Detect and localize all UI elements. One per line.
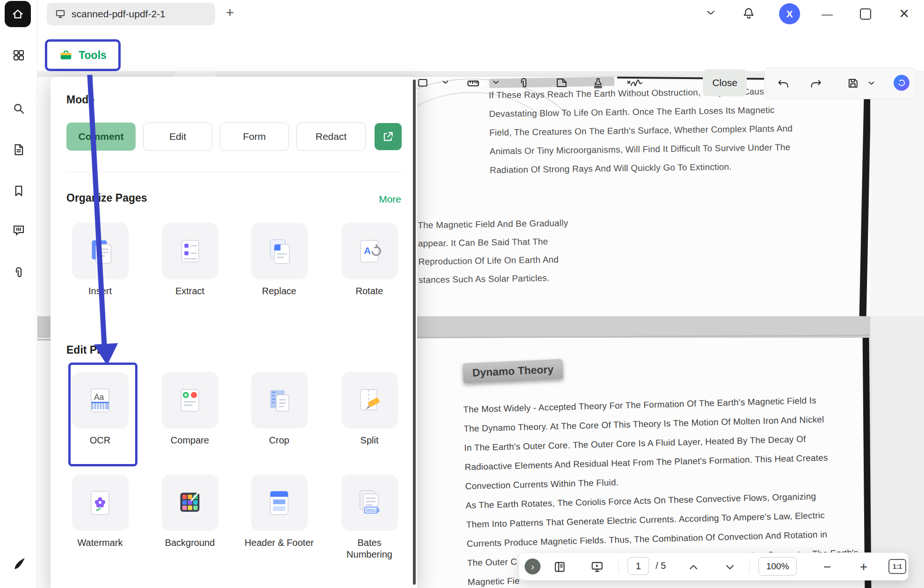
page2-line9-left: The Outer C [467, 557, 517, 568]
sticker-tool[interactable] [552, 73, 570, 92]
new-tab-button[interactable]: + [226, 5, 234, 21]
main-toolbar: Close [37, 28, 924, 72]
save-icon[interactable] [844, 74, 862, 93]
tool-background[interactable]: Background [155, 474, 225, 549]
tool-insert[interactable]: Insert [65, 223, 135, 297]
attachments-icon[interactable] [10, 263, 28, 281]
split-icon [341, 372, 398, 428]
signature-tool[interactable] [624, 73, 648, 92]
monitor-icon [55, 9, 65, 19]
mode-redact-button[interactable]: Redact [296, 123, 366, 151]
user-avatar[interactable]: X [779, 3, 800, 24]
external-link-icon [382, 131, 394, 143]
mode-form-button[interactable]: Form [220, 123, 289, 151]
tool-header-footer[interactable]: Header & Footer [244, 474, 314, 549]
tabs-chevron-down-icon[interactable] [707, 10, 715, 15]
thumbnails-panel-icon[interactable] [553, 560, 567, 574]
background-icon [162, 474, 218, 531]
ocr-highlight-outline [68, 363, 137, 466]
toolbar-right-group [764, 67, 917, 99]
viewport-right-margin [870, 71, 924, 316]
attach-file-tool[interactable] [514, 73, 533, 92]
brush-logo-icon[interactable] [10, 554, 28, 572]
undo-icon[interactable] [773, 74, 792, 93]
presentation-mode-icon[interactable] [590, 560, 604, 574]
pages-icon[interactable] [10, 141, 28, 159]
close-window-button[interactable]: × [899, 4, 909, 23]
mode-edit-button[interactable]: Edit [143, 123, 212, 151]
next-page-chevron-icon[interactable] [723, 560, 737, 574]
bookmark-icon[interactable] [10, 182, 28, 200]
home-icon [11, 7, 24, 21]
notifications-bell-icon[interactable] [742, 7, 755, 20]
actual-size-button[interactable]: 1:1 [888, 559, 906, 574]
zoom-out-button[interactable]: − [820, 560, 834, 574]
left-sidebar [0, 0, 37, 588]
redo-icon[interactable] [807, 74, 826, 93]
search-icon[interactable] [10, 100, 28, 117]
maximize-button[interactable] [860, 8, 871, 20]
stamp-tool[interactable] [589, 73, 607, 92]
replace-icon [251, 223, 308, 279]
tool-split[interactable]: Split [334, 372, 404, 446]
tool-bates-numbering[interactable]: 000123 Bates Numbering [334, 474, 404, 560]
watermark-icon [72, 474, 129, 531]
insert-icon [72, 223, 129, 279]
svg-text:000123: 000123 [366, 508, 380, 512]
maximize-icon [860, 8, 871, 20]
measure-ruler-tool[interactable] [464, 73, 483, 92]
shape-tool-chevron-icon[interactable] [442, 80, 448, 84]
zoom-in-button[interactable]: + [857, 560, 871, 574]
close-tools-button[interactable]: Close [703, 69, 747, 96]
apps-grid-icon[interactable] [10, 46, 28, 64]
measure-tool-chevron-icon[interactable] [493, 80, 499, 84]
more-link[interactable]: More [379, 194, 401, 205]
ai-assistant-icon[interactable] [894, 75, 910, 91]
minimize-button[interactable]: — [822, 7, 833, 21]
next-page-button[interactable]: › [525, 559, 541, 574]
open-external-button[interactable] [375, 123, 402, 150]
mode-comment-button[interactable]: Comment [66, 123, 136, 151]
svg-text:A: A [364, 245, 371, 255]
tool-crop[interactable]: Crop [244, 372, 314, 446]
organize-pages-title: Organize Pages [66, 192, 147, 204]
crop-icon [251, 372, 308, 428]
page1-left-paragraph: The Magnetic Field And Be Gradually appe… [418, 213, 587, 289]
page-total-label: / 5 [656, 560, 666, 571]
toolbox-icon [59, 48, 73, 62]
controls-separator [618, 559, 619, 573]
header-footer-icon [251, 474, 308, 531]
tools-highlight-outline: Tools [45, 39, 121, 71]
page-controls-bar: › / 5 100% − + 1:1 [519, 552, 909, 581]
rotate-icon: A [341, 223, 398, 279]
comments-icon[interactable] [10, 221, 28, 239]
document-tab[interactable]: scanned-pdf-updf-2-1 [47, 3, 215, 25]
tools-panel: Mode Comment Edit Form Redact Organize P… [51, 77, 417, 588]
edit-pdf-title: Edit PDF [66, 344, 111, 356]
compare-icon [162, 372, 218, 428]
tool-replace[interactable]: Replace [244, 223, 314, 297]
tool-rotate[interactable]: A Rotate [334, 223, 404, 297]
zoom-level-box[interactable]: 100% [758, 557, 797, 576]
titlebar: scanned-pdf-updf-2-1 + X — × [37, 0, 924, 28]
mode-section-title: Mode [66, 94, 94, 106]
tool-compare[interactable]: Compare [155, 372, 225, 446]
tool-watermark[interactable]: Watermark [65, 474, 135, 549]
home-button[interactable] [5, 1, 31, 27]
controls-separator-2 [749, 559, 750, 573]
extract-icon [162, 223, 218, 279]
previous-page-chevron-icon[interactable] [686, 560, 700, 574]
save-chevron-icon[interactable] [866, 74, 876, 93]
tools-button[interactable]: Tools [47, 42, 118, 69]
page-number-input[interactable] [628, 557, 649, 575]
bates-numbering-icon: 000123 [341, 474, 398, 531]
section-divider [66, 172, 403, 173]
panel-scrollbar[interactable] [413, 80, 416, 585]
tool-extract[interactable]: Extract [155, 223, 225, 297]
updf-app-window: scanned-pdf-updf-2-1 + X — × [0, 0, 924, 588]
tab-title: scanned-pdf-updf-2-1 [72, 8, 166, 20]
tools-button-label: Tools [79, 49, 107, 62]
